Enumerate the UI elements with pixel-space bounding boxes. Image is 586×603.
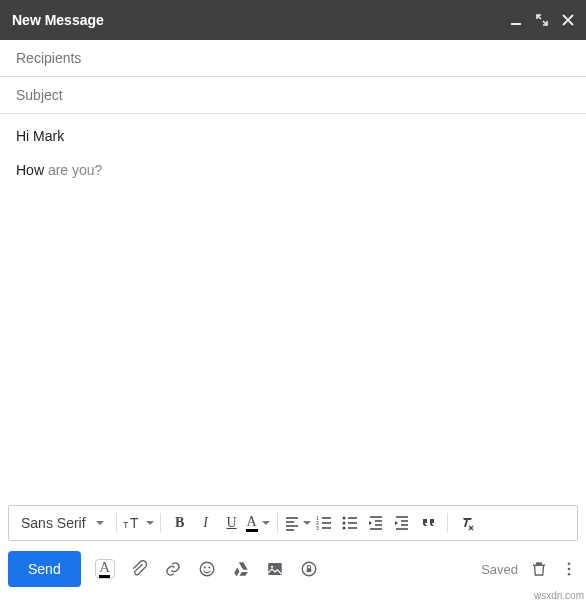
svg-point-17 <box>568 568 571 571</box>
more-icon[interactable] <box>560 560 578 578</box>
text-color-A: A <box>247 515 257 529</box>
bold-button[interactable]: B <box>167 509 193 537</box>
compose-action-icons: A <box>95 559 319 579</box>
svg-rect-0 <box>511 23 521 25</box>
send-button[interactable]: Send <box>8 551 81 587</box>
font-select[interactable]: Sans Serif <box>15 515 110 531</box>
svg-point-10 <box>203 567 205 569</box>
svg-text:T: T <box>123 520 129 530</box>
underline-button[interactable]: U <box>219 509 245 537</box>
chevron-down-icon <box>96 521 104 525</box>
separator <box>277 513 278 533</box>
indent-more-button[interactable] <box>389 509 415 537</box>
chevron-down-icon <box>262 521 270 525</box>
font-size-button[interactable]: TT <box>123 509 154 537</box>
subject-placeholder: Subject <box>16 87 63 103</box>
italic-button[interactable]: I <box>193 509 219 537</box>
bottom-bar: Send A Saved <box>8 549 578 589</box>
formatting-toggle-button[interactable]: A <box>95 559 115 579</box>
body-line-1: Hi Mark <box>16 126 570 146</box>
align-button[interactable] <box>284 509 311 537</box>
chevron-down-icon <box>146 521 154 525</box>
separator <box>447 513 448 533</box>
svg-point-8 <box>342 527 345 530</box>
svg-rect-15 <box>306 568 311 572</box>
svg-point-7 <box>342 522 345 525</box>
text-color-button[interactable]: A <box>245 509 271 537</box>
bottom-right: Saved <box>481 560 578 578</box>
formatting-toolbar-wrap: Sans Serif TT B I U A 123 <box>8 505 578 541</box>
attach-icon[interactable] <box>129 559 149 579</box>
body-line-2-typed: How <box>16 162 48 178</box>
svg-point-9 <box>200 562 214 576</box>
saved-label: Saved <box>481 562 518 577</box>
minimize-icon[interactable] <box>510 14 522 26</box>
quote-button[interactable] <box>415 509 441 537</box>
svg-rect-12 <box>268 563 282 575</box>
separator <box>116 513 117 533</box>
window-title: New Message <box>12 12 510 28</box>
bulleted-list-button[interactable] <box>337 509 363 537</box>
drive-icon[interactable] <box>231 559 251 579</box>
subject-field[interactable]: Subject <box>0 77 586 114</box>
photo-icon[interactable] <box>265 559 285 579</box>
svg-point-18 <box>568 573 571 576</box>
svg-point-11 <box>208 567 210 569</box>
compose-header: New Message <box>0 0 586 40</box>
link-icon[interactable] <box>163 559 183 579</box>
recipients-field[interactable]: Recipients <box>0 40 586 77</box>
formatting-A: A <box>99 560 110 578</box>
svg-point-16 <box>568 562 571 565</box>
svg-text:3: 3 <box>316 525 319 531</box>
remove-formatting-button[interactable] <box>454 509 480 537</box>
watermark: wsxdn.com <box>534 590 584 601</box>
recipients-placeholder: Recipients <box>16 50 81 66</box>
message-body[interactable]: Hi Mark How are you? <box>0 114 586 434</box>
font-name: Sans Serif <box>21 515 86 531</box>
emoji-icon[interactable] <box>197 559 217 579</box>
body-line-2-suggestion: are you? <box>48 162 102 178</box>
svg-point-6 <box>342 517 345 520</box>
trash-icon[interactable] <box>530 560 548 578</box>
close-icon[interactable] <box>562 14 574 26</box>
svg-text:T: T <box>130 515 139 531</box>
svg-point-13 <box>271 566 273 568</box>
indent-less-button[interactable] <box>363 509 389 537</box>
body-line-2: How are you? <box>16 160 570 180</box>
separator <box>160 513 161 533</box>
chevron-down-icon <box>303 521 311 525</box>
fullscreen-icon[interactable] <box>536 14 548 26</box>
confidential-icon[interactable] <box>299 559 319 579</box>
formatting-toolbar: Sans Serif TT B I U A 123 <box>8 505 578 541</box>
numbered-list-button[interactable]: 123 <box>311 509 337 537</box>
window-controls <box>510 14 574 26</box>
